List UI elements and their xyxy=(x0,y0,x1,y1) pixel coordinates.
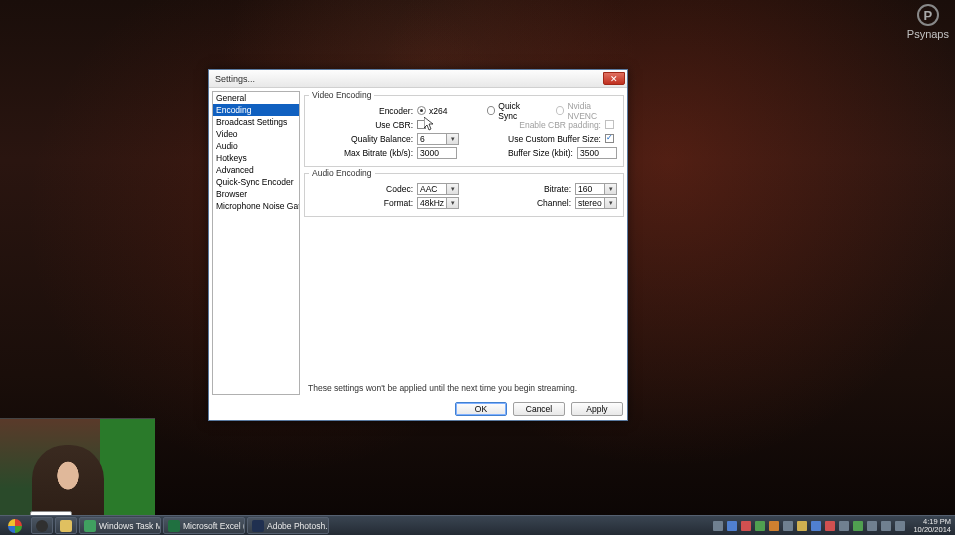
taskbar-item-excel[interactable]: Microsoft Excel (P... xyxy=(163,517,245,534)
excel-icon xyxy=(168,520,180,532)
tray-icon[interactable] xyxy=(769,521,779,531)
cancel-button[interactable]: Cancel xyxy=(513,402,565,416)
settings-note: These settings won't be applied until th… xyxy=(304,381,624,395)
encoder-nvenc-text: Nvidia NVENC xyxy=(567,101,617,121)
taskbar-label: Windows Task M... xyxy=(99,521,161,531)
settings-sidebar: General Encoding Broadcast Settings Vide… xyxy=(212,91,300,395)
taskbar[interactable]: Windows Task M... Microsoft Excel (P... … xyxy=(0,515,955,535)
watermark: P Psynaps xyxy=(907,4,949,40)
audio-encoding-group: Audio Encoding Codec: AAC Bitrate: 160 F xyxy=(304,173,624,217)
max-bitrate-label: Max Bitrate (kb/s): xyxy=(311,148,417,158)
taskmgr-icon xyxy=(84,520,96,532)
sidebar-item-noise-gate[interactable]: Microphone Noise Gate xyxy=(213,200,299,212)
tray-icon[interactable] xyxy=(727,521,737,531)
use-cbr-checkbox[interactable] xyxy=(417,120,426,129)
buffer-size-input[interactable]: 3500 xyxy=(577,147,617,159)
quality-label: Quality Balance: xyxy=(311,134,417,144)
settings-dialog: Settings... ✕ General Encoding Broadcast… xyxy=(208,69,628,421)
sidebar-item-quicksync[interactable]: Quick-Sync Encoder xyxy=(213,176,299,188)
windows-logo-icon xyxy=(8,519,22,533)
encoder-label: Encoder: xyxy=(311,106,417,116)
taskbar-label: Microsoft Excel (P... xyxy=(183,521,245,531)
cbr-padding-label: Enable CBR padding: xyxy=(471,120,605,130)
tray-icon[interactable] xyxy=(825,521,835,531)
encoder-quicksync-radio[interactable] xyxy=(487,106,495,115)
tray-icon[interactable] xyxy=(755,521,765,531)
audio-encoding-legend: Audio Encoding xyxy=(309,168,375,178)
sidebar-item-video[interactable]: Video xyxy=(213,128,299,140)
tray-icon[interactable] xyxy=(867,521,877,531)
taskbar-item-photoshop[interactable]: Adobe Photosh... xyxy=(247,517,329,534)
channel-combo[interactable]: stereo xyxy=(575,197,617,209)
sidebar-item-audio[interactable]: Audio xyxy=(213,140,299,152)
tray-icon[interactable] xyxy=(783,521,793,531)
tray-icon[interactable] xyxy=(853,521,863,531)
network-icon[interactable] xyxy=(881,521,891,531)
codec-combo[interactable]: AAC xyxy=(417,183,459,195)
photoshop-icon xyxy=(252,520,264,532)
buffer-size-label: Buffer Size (kbit): xyxy=(471,148,577,158)
video-encoding-group: Video Encoding Encoder: x264 Quick Sync xyxy=(304,95,624,167)
video-encoding-legend: Video Encoding xyxy=(309,90,374,100)
sidebar-item-browser[interactable]: Browser xyxy=(213,188,299,200)
taskbar-item-obs[interactable] xyxy=(31,517,53,534)
watermark-text: Psynaps xyxy=(907,28,949,40)
titlebar[interactable]: Settings... ✕ xyxy=(209,70,627,88)
start-button[interactable] xyxy=(0,516,30,536)
dialog-title: Settings... xyxy=(215,74,255,84)
format-label: Format: xyxy=(311,198,417,208)
bitrate-combo[interactable]: 160 xyxy=(575,183,617,195)
channel-label: Channel: xyxy=(471,198,575,208)
encoder-x264-text: x264 xyxy=(429,106,447,116)
sidebar-item-encoding[interactable]: Encoding xyxy=(213,104,299,116)
ok-button[interactable]: OK xyxy=(455,402,507,416)
encoder-quicksync-text: Quick Sync xyxy=(498,101,536,121)
tray-icon[interactable] xyxy=(839,521,849,531)
watermark-logo: P xyxy=(917,4,939,26)
folder-icon xyxy=(60,520,72,532)
format-combo[interactable]: 48kHz xyxy=(417,197,459,209)
taskbar-label: Adobe Photosh... xyxy=(267,521,329,531)
taskbar-item-explorer[interactable] xyxy=(55,517,77,534)
use-cbr-label: Use CBR: xyxy=(311,120,417,130)
codec-label: Codec: xyxy=(311,184,417,194)
encoder-x264-radio[interactable] xyxy=(417,106,426,115)
encoder-nvenc-radio xyxy=(556,106,564,115)
dialog-buttons: OK Cancel Apply xyxy=(209,398,627,420)
clock-date: 10/20/2014 xyxy=(913,526,951,534)
max-bitrate-input[interactable]: 3000 xyxy=(417,147,457,159)
sidebar-item-advanced[interactable]: Advanced xyxy=(213,164,299,176)
custom-buffer-label: Use Custom Buffer Size: xyxy=(471,134,605,144)
tray-icon[interactable] xyxy=(741,521,751,531)
tray-icon[interactable] xyxy=(797,521,807,531)
taskbar-clock[interactable]: 4:19 PM 10/20/2014 xyxy=(913,518,951,533)
quality-combo[interactable]: 6 xyxy=(417,133,459,145)
close-button[interactable]: ✕ xyxy=(603,72,625,85)
obs-icon xyxy=(36,520,48,532)
sidebar-item-hotkeys[interactable]: Hotkeys xyxy=(213,152,299,164)
tray-icon[interactable] xyxy=(811,521,821,531)
custom-buffer-checkbox[interactable] xyxy=(605,134,614,143)
apply-button[interactable]: Apply xyxy=(571,402,623,416)
tray-icon[interactable] xyxy=(713,521,723,531)
system-tray[interactable]: 4:19 PM 10/20/2014 xyxy=(709,518,955,533)
taskbar-item-taskmgr[interactable]: Windows Task M... xyxy=(79,517,161,534)
sidebar-item-general[interactable]: General xyxy=(213,92,299,104)
sidebar-item-broadcast[interactable]: Broadcast Settings xyxy=(213,116,299,128)
settings-content: Video Encoding Encoder: x264 Quick Sync xyxy=(304,91,624,395)
volume-icon[interactable] xyxy=(895,521,905,531)
bitrate-label: Bitrate: xyxy=(471,184,575,194)
cbr-padding-checkbox xyxy=(605,120,614,129)
